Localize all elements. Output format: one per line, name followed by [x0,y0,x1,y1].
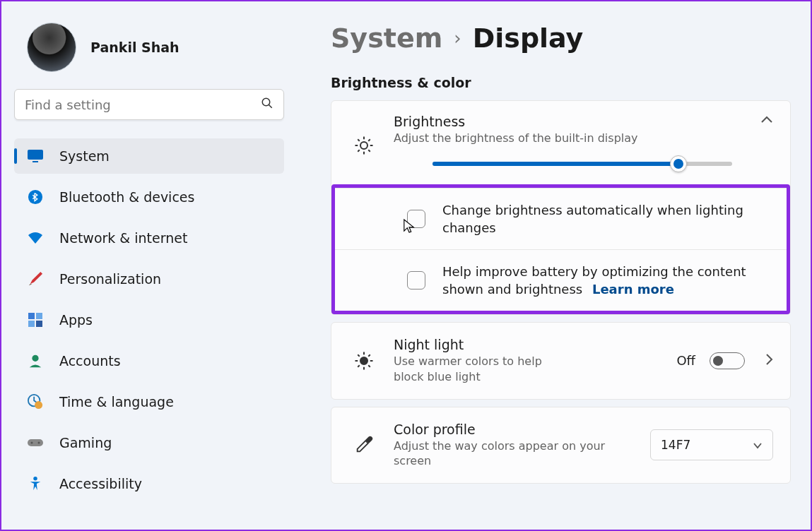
section-title: Brightness & color [331,75,791,90]
wifi-icon [27,232,44,244]
sidebar-item-time-language[interactable]: Time & language [14,384,284,419]
brightness-title: Brightness [394,114,753,129]
svg-rect-7 [28,321,35,327]
optimize-content-label: Help improve battery by optimizing the c… [442,263,770,298]
accessibility-icon [27,476,44,491]
svg-point-15 [33,477,37,481]
person-icon [27,353,44,369]
monitor-icon [27,149,44,163]
svg-line-24 [368,139,370,141]
color-profile-title: Color profile [394,422,643,437]
sidebar-item-apps[interactable]: Apps [14,302,284,338]
svg-point-16 [360,142,367,149]
bluetooth-icon [27,189,44,205]
sidebar-item-bluetooth[interactable]: Bluetooth & devices [14,179,284,215]
avatar [27,23,76,72]
search-input[interactable] [15,97,261,112]
svg-line-30 [358,354,360,357]
auto-brightness-label: Change brightness automatically when lig… [442,201,770,237]
sidebar-item-label: Accounts [59,353,121,369]
svg-line-23 [358,150,360,152]
slider-thumb[interactable] [670,155,687,172]
svg-line-21 [358,139,360,141]
svg-point-0 [262,98,270,106]
chevron-right-icon[interactable] [765,353,773,369]
optimize-content-checkbox[interactable] [407,271,425,290]
night-light-state: Off [676,353,695,368]
svg-point-14 [38,442,40,444]
night-light-title: Night light [394,337,669,352]
sidebar-item-label: Network & internet [59,230,187,246]
apps-icon [27,313,44,327]
search-input-container[interactable] [14,89,284,120]
svg-point-11 [35,401,42,409]
night-light-icon [341,350,387,371]
sidebar-item-label: Bluetooth & devices [59,189,194,205]
sidebar-item-system[interactable]: System [14,138,284,174]
profile-header[interactable]: Pankil Shah [14,16,291,89]
sidebar-item-accessibility[interactable]: Accessibility [14,466,284,501]
svg-rect-3 [33,161,38,162]
chevron-up-icon[interactable] [760,114,773,127]
paintbrush-icon [27,271,44,287]
svg-rect-6 [36,313,42,319]
optimize-content-row[interactable]: Help improve battery by optimizing the c… [335,249,787,311]
night-light-card[interactable]: Night light Use warmer colors to help bl… [331,322,791,399]
svg-rect-2 [28,150,43,160]
svg-rect-12 [28,439,43,446]
sidebar-item-label: Time & language [59,394,174,410]
profile-name: Pankil Shah [90,40,180,55]
night-light-subtitle: Use warmer colors to help block blue lig… [394,354,556,384]
color-profile-subtitle: Adjust the way colors appear on your scr… [394,438,627,469]
sidebar: Pankil Shah System Bluetooth & de [1,1,291,530]
main-content: System › Display Brightness & color Brig… [291,1,811,530]
sun-icon [341,135,387,156]
night-light-toggle[interactable] [710,352,745,369]
sidebar-item-network[interactable]: Network & internet [14,220,284,256]
nav: System Bluetooth & devices Network & int… [14,138,291,501]
cursor-icon [403,218,416,234]
color-profile-card[interactable]: Color profile Adjust the way colors appe… [331,407,791,484]
tutorial-highlight: Change brightness automatically when lig… [331,184,790,315]
svg-line-33 [368,354,370,357]
brightness-header-row[interactable]: Brightness Adjust the brightness of the … [331,101,790,186]
chevron-right-icon: › [454,28,461,49]
svg-line-1 [269,105,272,108]
breadcrumb-current: Display [473,23,584,54]
sidebar-item-label: Gaming [59,435,112,451]
svg-rect-8 [36,321,42,327]
globe-clock-icon [27,394,44,410]
svg-point-13 [31,442,33,444]
brightness-card: Brightness Adjust the brightness of the … [331,100,791,315]
search-icon [261,97,273,112]
svg-line-31 [368,365,370,367]
brightness-subtitle: Adjust the brightness of the built-in di… [394,131,753,146]
sidebar-item-label: Accessibility [59,476,142,491]
svg-point-9 [32,355,38,362]
gamepad-icon [27,437,44,448]
breadcrumb-parent[interactable]: System [331,23,442,54]
sidebar-item-label: System [59,148,110,164]
svg-line-32 [358,365,360,367]
svg-rect-5 [28,313,35,319]
chevron-down-icon [753,438,763,452]
breadcrumb: System › Display [331,23,791,54]
sidebar-item-personalization[interactable]: Personalization [14,261,284,297]
sidebar-item-accounts[interactable]: Accounts [14,343,284,378]
svg-line-22 [368,150,370,152]
sidebar-item-label: Personalization [59,271,161,287]
learn-more-link[interactable]: Learn more [592,282,674,297]
sidebar-item-gaming[interactable]: Gaming [14,425,284,460]
color-profile-dropdown[interactable]: 14F7 [650,429,773,460]
svg-point-25 [360,357,367,364]
brightness-slider[interactable] [433,162,732,166]
color-profile-selected: 14F7 [661,438,690,452]
eyedropper-icon [341,435,387,455]
auto-brightness-row[interactable]: Change brightness automatically when lig… [335,188,787,249]
sidebar-item-label: Apps [59,312,93,328]
